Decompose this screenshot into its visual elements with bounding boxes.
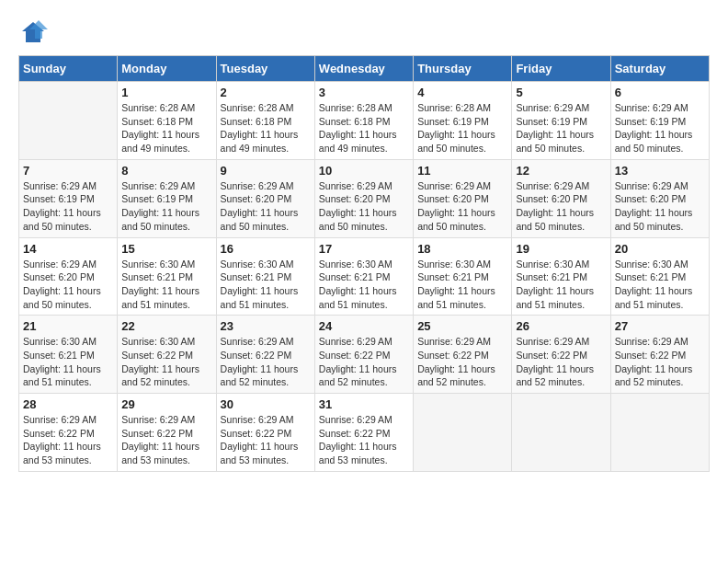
- day-number: 22: [121, 319, 211, 333]
- logo: [18, 18, 48, 46]
- day-info: Sunrise: 6:29 AMSunset: 6:19 PMDaylight:…: [121, 179, 211, 234]
- calendar-cell: 5Sunrise: 6:29 AMSunset: 6:19 PMDaylight…: [512, 82, 610, 160]
- calendar-cell: 20Sunrise: 6:30 AMSunset: 6:21 PMDayligh…: [610, 237, 709, 316]
- calendar-week-row: 14Sunrise: 6:29 AMSunset: 6:20 PMDayligh…: [19, 237, 710, 316]
- calendar-cell: 9Sunrise: 6:29 AMSunset: 6:20 PMDaylight…: [216, 159, 314, 237]
- calendar-cell: [610, 394, 709, 472]
- day-number: 17: [319, 242, 409, 256]
- calendar-cell: 21Sunrise: 6:30 AMSunset: 6:21 PMDayligh…: [19, 316, 118, 394]
- calendar-cell: 26Sunrise: 6:29 AMSunset: 6:22 PMDayligh…: [512, 316, 610, 394]
- day-number: 8: [121, 164, 211, 178]
- day-number: 23: [221, 319, 311, 333]
- day-number: 12: [516, 164, 606, 178]
- day-number: 27: [615, 319, 705, 333]
- day-info: Sunrise: 6:28 AMSunset: 6:18 PMDaylight:…: [319, 101, 409, 155]
- calendar-cell: [19, 82, 118, 160]
- calendar-cell: [414, 394, 512, 472]
- day-info: Sunrise: 6:29 AMSunset: 6:22 PMDaylight:…: [319, 335, 409, 389]
- day-info: Sunrise: 6:30 AMSunset: 6:21 PMDaylight:…: [221, 258, 311, 312]
- calendar-cell: 22Sunrise: 6:30 AMSunset: 6:22 PMDayligh…: [118, 316, 216, 394]
- day-number: 4: [417, 86, 507, 99]
- weekday-header-saturday: Saturday: [610, 56, 709, 82]
- day-info: Sunrise: 6:29 AMSunset: 6:20 PMDaylight:…: [23, 258, 113, 312]
- day-info: Sunrise: 6:29 AMSunset: 6:20 PMDaylight:…: [516, 179, 606, 234]
- day-number: 19: [516, 242, 606, 256]
- calendar-cell: 4Sunrise: 6:28 AMSunset: 6:19 PMDaylight…: [414, 82, 512, 160]
- calendar-cell: 12Sunrise: 6:29 AMSunset: 6:20 PMDayligh…: [512, 159, 610, 237]
- calendar-cell: 31Sunrise: 6:29 AMSunset: 6:22 PMDayligh…: [314, 394, 413, 472]
- weekday-header-monday: Monday: [118, 56, 216, 82]
- day-number: 18: [417, 242, 507, 256]
- day-info: Sunrise: 6:30 AMSunset: 6:22 PMDaylight:…: [121, 335, 211, 389]
- weekday-header-thursday: Thursday: [414, 56, 512, 82]
- calendar-cell: [512, 394, 610, 472]
- calendar-cell: 29Sunrise: 6:29 AMSunset: 6:22 PMDayligh…: [118, 394, 216, 472]
- day-number: 26: [516, 319, 606, 333]
- day-info: Sunrise: 6:29 AMSunset: 6:20 PMDaylight:…: [319, 179, 409, 234]
- calendar-cell: 7Sunrise: 6:29 AMSunset: 6:19 PMDaylight…: [19, 159, 118, 237]
- weekday-header-sunday: Sunday: [19, 56, 118, 82]
- calendar-table: SundayMondayTuesdayWednesdayThursdayFrid…: [18, 55, 710, 472]
- day-number: 11: [417, 164, 507, 178]
- day-info: Sunrise: 6:29 AMSunset: 6:22 PMDaylight:…: [221, 413, 311, 467]
- calendar-cell: 3Sunrise: 6:28 AMSunset: 6:18 PMDaylight…: [314, 82, 413, 160]
- day-info: Sunrise: 6:29 AMSunset: 6:20 PMDaylight:…: [615, 179, 705, 234]
- calendar-week-row: 1Sunrise: 6:28 AMSunset: 6:18 PMDaylight…: [19, 82, 710, 160]
- calendar-week-row: 7Sunrise: 6:29 AMSunset: 6:19 PMDaylight…: [19, 159, 710, 237]
- day-info: Sunrise: 6:30 AMSunset: 6:21 PMDaylight:…: [121, 258, 211, 312]
- calendar-cell: 8Sunrise: 6:29 AMSunset: 6:19 PMDaylight…: [118, 159, 216, 237]
- day-info: Sunrise: 6:29 AMSunset: 6:20 PMDaylight:…: [417, 179, 507, 234]
- calendar-cell: 17Sunrise: 6:30 AMSunset: 6:21 PMDayligh…: [314, 237, 413, 316]
- day-number: 14: [23, 242, 113, 256]
- day-number: 20: [615, 242, 705, 256]
- calendar-cell: 23Sunrise: 6:29 AMSunset: 6:22 PMDayligh…: [216, 316, 314, 394]
- day-number: 30: [221, 397, 311, 411]
- page-header: [18, 18, 710, 46]
- day-number: 21: [23, 319, 113, 333]
- calendar-cell: 16Sunrise: 6:30 AMSunset: 6:21 PMDayligh…: [216, 237, 314, 316]
- calendar-week-row: 28Sunrise: 6:29 AMSunset: 6:22 PMDayligh…: [19, 394, 710, 472]
- calendar-cell: 25Sunrise: 6:29 AMSunset: 6:22 PMDayligh…: [414, 316, 512, 394]
- day-number: 25: [417, 319, 507, 333]
- day-info: Sunrise: 6:29 AMSunset: 6:20 PMDaylight:…: [221, 179, 311, 234]
- calendar-cell: 2Sunrise: 6:28 AMSunset: 6:18 PMDaylight…: [216, 82, 314, 160]
- day-number: 2: [221, 86, 311, 99]
- day-number: 28: [23, 397, 113, 411]
- weekday-header-row: SundayMondayTuesdayWednesdayThursdayFrid…: [19, 56, 710, 82]
- calendar-cell: 19Sunrise: 6:30 AMSunset: 6:21 PMDayligh…: [512, 237, 610, 316]
- day-number: 16: [221, 242, 311, 256]
- day-info: Sunrise: 6:29 AMSunset: 6:22 PMDaylight:…: [23, 413, 113, 467]
- day-number: 24: [319, 319, 409, 333]
- day-number: 7: [23, 164, 113, 178]
- calendar-cell: 13Sunrise: 6:29 AMSunset: 6:20 PMDayligh…: [610, 159, 709, 237]
- day-number: 1: [121, 86, 211, 99]
- day-info: Sunrise: 6:28 AMSunset: 6:18 PMDaylight:…: [121, 101, 211, 155]
- day-info: Sunrise: 6:30 AMSunset: 6:21 PMDaylight:…: [319, 258, 409, 312]
- calendar-week-row: 21Sunrise: 6:30 AMSunset: 6:21 PMDayligh…: [19, 316, 710, 394]
- day-number: 5: [516, 86, 606, 99]
- day-info: Sunrise: 6:29 AMSunset: 6:22 PMDaylight:…: [417, 335, 507, 389]
- day-number: 6: [615, 86, 705, 99]
- day-info: Sunrise: 6:29 AMSunset: 6:22 PMDaylight:…: [615, 335, 705, 389]
- day-info: Sunrise: 6:30 AMSunset: 6:21 PMDaylight:…: [23, 335, 113, 389]
- logo-icon: [20, 18, 48, 46]
- day-info: Sunrise: 6:28 AMSunset: 6:18 PMDaylight:…: [221, 101, 311, 155]
- day-number: 15: [121, 242, 211, 256]
- calendar-cell: 27Sunrise: 6:29 AMSunset: 6:22 PMDayligh…: [610, 316, 709, 394]
- day-number: 10: [319, 164, 409, 178]
- day-number: 29: [121, 397, 211, 411]
- day-number: 9: [221, 164, 311, 178]
- day-info: Sunrise: 6:29 AMSunset: 6:22 PMDaylight:…: [121, 413, 211, 467]
- weekday-header-wednesday: Wednesday: [314, 56, 413, 82]
- day-info: Sunrise: 6:29 AMSunset: 6:22 PMDaylight:…: [516, 335, 606, 389]
- calendar-cell: 24Sunrise: 6:29 AMSunset: 6:22 PMDayligh…: [314, 316, 413, 394]
- calendar-cell: 15Sunrise: 6:30 AMSunset: 6:21 PMDayligh…: [118, 237, 216, 316]
- weekday-header-friday: Friday: [512, 56, 610, 82]
- day-info: Sunrise: 6:29 AMSunset: 6:22 PMDaylight:…: [221, 335, 311, 389]
- calendar-cell: 1Sunrise: 6:28 AMSunset: 6:18 PMDaylight…: [118, 82, 216, 160]
- day-info: Sunrise: 6:29 AMSunset: 6:19 PMDaylight:…: [615, 101, 705, 155]
- day-info: Sunrise: 6:29 AMSunset: 6:19 PMDaylight:…: [516, 101, 606, 155]
- calendar-cell: 30Sunrise: 6:29 AMSunset: 6:22 PMDayligh…: [216, 394, 314, 472]
- calendar-cell: 18Sunrise: 6:30 AMSunset: 6:21 PMDayligh…: [414, 237, 512, 316]
- day-info: Sunrise: 6:28 AMSunset: 6:19 PMDaylight:…: [417, 101, 507, 155]
